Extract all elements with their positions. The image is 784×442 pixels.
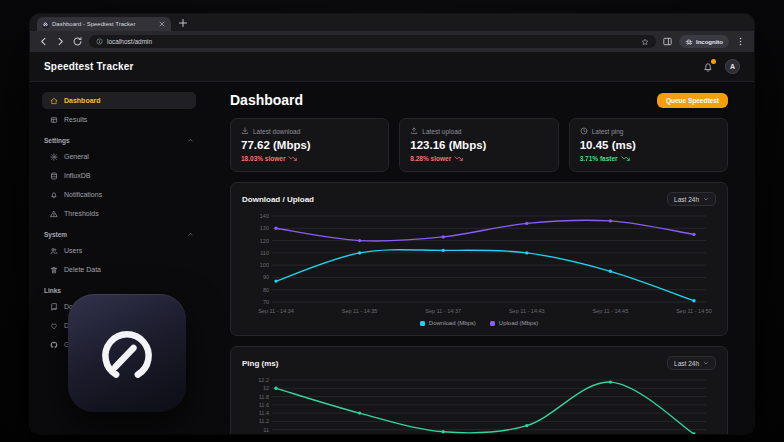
svg-text:Sep 11 - 14:43: Sep 11 - 14:43	[509, 308, 545, 314]
sidebar-section-settings[interactable]: Settings	[44, 137, 194, 144]
range-select[interactable]: Last 24h	[667, 192, 716, 206]
sidebar-item-notifications[interactable]: Notifications	[42, 186, 196, 203]
site-info-icon[interactable]	[96, 38, 103, 45]
tab-title: Dashboard - Speedtest Tracker	[52, 21, 155, 27]
page-title: Dashboard	[230, 92, 303, 108]
legend-item-upload: Upload (Mbps)	[490, 320, 538, 326]
address-bar[interactable]: localhost/admin	[89, 35, 656, 48]
upload-swatch-icon	[490, 321, 495, 326]
new-tab-icon[interactable]	[177, 17, 189, 29]
database-icon	[50, 172, 58, 180]
trash-icon	[50, 266, 58, 274]
sidebar-section-links[interactable]: Links	[44, 287, 194, 294]
url-text: localhost/admin	[107, 38, 637, 45]
sidebar-item-label: InfluxDB	[64, 172, 90, 179]
range-select[interactable]: Last 24h	[667, 356, 716, 370]
trend-down-icon	[621, 154, 630, 163]
user-avatar[interactable]: A	[725, 59, 740, 74]
heart-icon	[50, 322, 58, 330]
stat-card-ping: Latest ping 10.45 (ms) 3.71% faster	[569, 118, 728, 172]
trend-down-icon	[454, 154, 463, 163]
bell-icon	[50, 191, 58, 199]
sidebar-item-label: Results	[64, 116, 87, 123]
sidebar-section-system[interactable]: System	[44, 231, 194, 238]
sidebar-item-influxdb[interactable]: InfluxDB	[42, 167, 196, 184]
app-title: Speedtest Tracker	[44, 61, 134, 72]
svg-text:Sep 11 - 14:37: Sep 11 - 14:37	[425, 308, 461, 314]
svg-text:11.6: 11.6	[259, 402, 269, 408]
browser-tab[interactable]: Dashboard - Speedtest Tracker	[37, 17, 171, 31]
chart-title: Ping (ms)	[242, 359, 278, 368]
browser-toolbar: localhost/admin Incognito	[30, 31, 754, 52]
reload-icon[interactable]	[72, 36, 83, 47]
stat-delta: 8.28% slower	[410, 155, 451, 162]
svg-text:Sep 11 - 14:34: Sep 11 - 14:34	[258, 308, 294, 314]
svg-text:11: 11	[263, 427, 269, 433]
chevron-up-icon	[187, 231, 194, 238]
speedtest-favicon-icon	[42, 21, 49, 28]
app-topbar: Speedtest Tracker A	[30, 52, 754, 82]
sidebar-item-users[interactable]: Users	[42, 242, 196, 259]
sidebar-item-label: Dashboard	[64, 97, 101, 104]
sidebar-item-results[interactable]: Results	[42, 111, 196, 128]
stat-value: 123.16 (Mbps)	[410, 139, 547, 151]
svg-text:140: 140	[260, 213, 269, 219]
chevron-down-icon	[703, 360, 709, 366]
legend-item-download: Download (Mbps)	[420, 320, 476, 326]
sidebar-item-dashboard[interactable]: Dashboard	[42, 92, 196, 109]
svg-text:100: 100	[260, 262, 269, 268]
clock-icon	[580, 127, 588, 135]
svg-text:80: 80	[263, 287, 269, 293]
chevron-down-icon	[703, 196, 709, 202]
range-select-value: Last 24h	[674, 196, 699, 203]
legend-label: Download (Mbps)	[429, 320, 476, 326]
stat-label: Latest download	[253, 128, 300, 135]
stat-delta: 3.71% faster	[580, 155, 618, 162]
download-swatch-icon	[420, 321, 425, 326]
notifications-bell-icon[interactable]	[702, 61, 714, 73]
queue-speedtest-button[interactable]: Queue Speedtest	[657, 93, 728, 108]
download-icon	[241, 127, 249, 135]
chart-card-download-upload: Download / Upload Last 24h 7080901001101…	[230, 182, 728, 336]
svg-text:130: 130	[260, 225, 269, 231]
side-panel-icon[interactable]	[662, 36, 673, 47]
stats-row: Latest download 77.62 (Mbps) 18.03% slow…	[230, 118, 728, 172]
svg-text:Sep 11 - 14:45: Sep 11 - 14:45	[593, 308, 629, 314]
browser-menu-icon[interactable]	[735, 36, 746, 47]
stat-card-download: Latest download 77.62 (Mbps) 18.03% slow…	[230, 118, 389, 172]
legend-label: Upload (Mbps)	[499, 320, 538, 326]
chart-legend: Download (Mbps) Upload (Mbps)	[242, 320, 716, 326]
sidebar-item-label: General	[64, 153, 89, 160]
svg-text:90: 90	[263, 274, 269, 280]
main-content: Dashboard Queue Speedtest Latest downloa…	[208, 82, 754, 434]
sidebar-item-label: Delete Data	[64, 266, 101, 273]
section-title: System	[44, 231, 67, 238]
back-icon[interactable]	[38, 36, 49, 47]
browser-tabstrip: Dashboard - Speedtest Tracker	[30, 14, 754, 31]
notification-badge	[711, 59, 716, 64]
gear-icon	[50, 153, 58, 161]
svg-text:Sep 11 - 14:35: Sep 11 - 14:35	[342, 308, 378, 314]
svg-text:120: 120	[260, 238, 269, 244]
sidebar-item-delete-data[interactable]: Delete Data	[42, 261, 196, 278]
svg-text:110: 110	[260, 250, 269, 256]
stat-value: 77.62 (Mbps)	[241, 139, 378, 151]
section-title: Settings	[44, 137, 70, 144]
svg-text:11.2: 11.2	[259, 418, 269, 424]
incognito-badge: Incognito	[679, 35, 729, 48]
bookmark-star-icon[interactable]	[641, 38, 649, 46]
svg-text:12.2: 12.2	[258, 377, 269, 383]
svg-text:11.8: 11.8	[259, 394, 269, 400]
sidebar-item-thresholds[interactable]: Thresholds	[42, 205, 196, 222]
incognito-icon	[685, 38, 693, 46]
chart-title: Download / Upload	[242, 195, 314, 204]
book-icon	[50, 303, 58, 311]
users-icon	[50, 247, 58, 255]
stat-delta: 18.03% slower	[241, 155, 285, 162]
chart-card-ping: Ping (ms) Last 24h 10.81111.211.411.611.…	[230, 346, 728, 434]
sidebar-item-general[interactable]: General	[42, 148, 196, 165]
tab-close-icon[interactable]	[158, 20, 166, 28]
table-icon	[50, 116, 58, 124]
forward-icon[interactable]	[55, 36, 66, 47]
stat-card-upload: Latest upload 123.16 (Mbps) 8.28% slower	[399, 118, 558, 172]
